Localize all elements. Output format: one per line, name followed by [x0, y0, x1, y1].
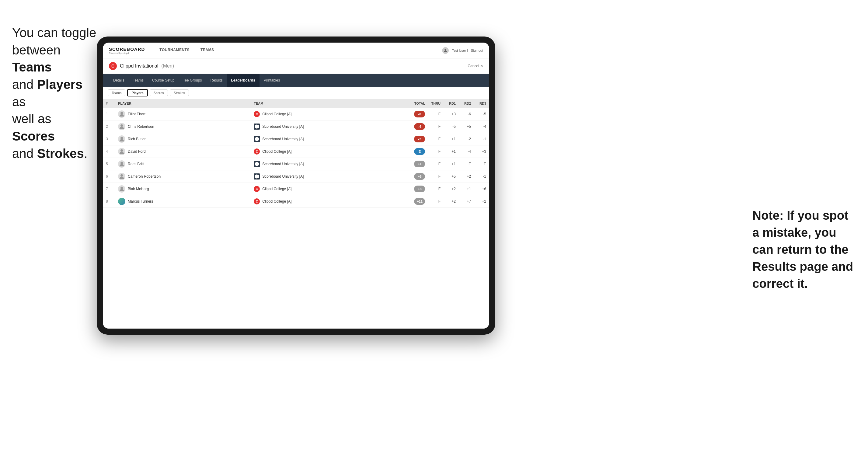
tournament-logo: C [109, 62, 117, 70]
team-logo-c: C [254, 149, 260, 155]
col-player: PLAYER [115, 99, 251, 108]
cell-thru: F [428, 133, 443, 146]
cell-rd2: +7 [459, 195, 474, 208]
cell-thru: F [428, 146, 443, 158]
cell-total: +8 [407, 183, 428, 195]
tab-leaderboards[interactable]: Leaderboards [227, 74, 259, 87]
cell-rd3: -5 [474, 108, 489, 121]
tab-course-setup[interactable]: Course Setup [148, 74, 179, 87]
svg-point-2 [121, 112, 123, 115]
player-avatar [118, 135, 125, 143]
player-avatar [118, 160, 125, 168]
player-name: Elliot Ebert [128, 112, 146, 116]
cell-rd1: +3 [443, 108, 459, 121]
cell-player: Marcus Turners [115, 195, 251, 208]
table-row[interactable]: 8Marcus TurnersCClippd College [A]+11F+2… [103, 195, 489, 208]
toggle-strokes-button[interactable]: Strokes [170, 89, 189, 96]
team-logo-sb [254, 174, 260, 180]
cell-team: Scoreboard University [A] [251, 121, 407, 133]
user-name: Test User | [452, 49, 468, 52]
tab-printables[interactable]: Printables [259, 74, 284, 87]
left-annotation: You can toggle between Teams and Players… [12, 24, 97, 162]
col-rd2: RD2 [459, 99, 474, 108]
table-header-row: # PLAYER TEAM TOTAL THRU RD1 RD2 RD3 [103, 99, 489, 108]
table-row[interactable]: 2Chris RobertsonScoreboard University [A… [103, 121, 489, 133]
cell-rd3: -4 [474, 121, 489, 133]
toggle-players-button[interactable]: Players [127, 89, 148, 96]
cell-thru: F [428, 195, 443, 208]
cell-player: Rees Britt [115, 158, 251, 170]
sub-nav: Details Teams Course Setup Tee Groups Re… [103, 74, 489, 87]
cell-rank: 2 [103, 121, 115, 133]
table-row[interactable]: 7Blair McHargCClippd College [A]+8F+2+1+… [103, 183, 489, 195]
cell-rank: 3 [103, 133, 115, 146]
tab-teams[interactable]: Teams [129, 74, 148, 87]
cell-rd2: -6 [459, 108, 474, 121]
cell-rd3: +3 [474, 146, 489, 158]
tablet-screen: SCOREBOARD Powered by clippd TOURNAMENTS… [103, 42, 489, 329]
table-row[interactable]: 1Elliot EbertCClippd College [A]-8F+3-6-… [103, 108, 489, 121]
team-logo-sb [254, 136, 260, 142]
nav-teams[interactable]: TEAMS [195, 42, 220, 58]
cell-rd2: -2 [459, 133, 474, 146]
table-row[interactable]: 4David FordCClippd College [A]EF+1-4+3 [103, 146, 489, 158]
cell-total: +1 [407, 158, 428, 170]
toggle-teams-button[interactable]: Teams [108, 89, 125, 96]
team-name: Scoreboard University [A] [262, 174, 304, 179]
nav-links: TOURNAMENTS TEAMS [154, 42, 442, 58]
col-rank: # [103, 99, 115, 108]
table-row[interactable]: 6Cameron RobertsonScoreboard University … [103, 170, 489, 183]
tablet-frame: SCOREBOARD Powered by clippd TOURNAMENTS… [97, 36, 495, 335]
player-avatar [118, 148, 125, 155]
cell-rd2: -4 [459, 146, 474, 158]
team-logo-sb [254, 161, 260, 167]
cell-team: CClippd College [A] [251, 195, 407, 208]
table-row[interactable]: 3Rich ButlerScoreboard University [A]-2F… [103, 133, 489, 146]
table-row[interactable]: 5Rees BrittScoreboard University [A]+1F+… [103, 158, 489, 170]
team-logo-sb [254, 124, 260, 130]
cell-rd2: E [459, 158, 474, 170]
cell-rd1: +1 [443, 158, 459, 170]
cell-thru: F [428, 170, 443, 183]
cell-rd2: +2 [459, 170, 474, 183]
player-avatar [118, 173, 125, 180]
player-name: Marcus Turners [128, 199, 153, 204]
cell-team: Scoreboard University [A] [251, 170, 407, 183]
tournament-gender: (Men) [161, 63, 174, 69]
svg-point-3 [121, 124, 123, 127]
nav-tournaments[interactable]: TOURNAMENTS [154, 42, 195, 58]
app-logo: SCOREBOARD Powered by clippd [109, 46, 145, 55]
score-badge: -2 [414, 136, 425, 143]
svg-point-6 [121, 162, 123, 164]
tournament-title: C Clippd Invitational (Men) [109, 62, 174, 70]
cell-rd3: -1 [474, 170, 489, 183]
tab-results[interactable]: Results [206, 74, 227, 87]
cell-total: -4 [407, 121, 428, 133]
score-badge: -8 [414, 111, 425, 118]
cell-player: Blair McHarg [115, 183, 251, 195]
player-name: Cameron Robertson [128, 174, 161, 179]
toggle-scores-button[interactable]: Scores [150, 89, 168, 96]
cell-rank: 8 [103, 195, 115, 208]
player-name: Rich Butler [128, 137, 146, 141]
cancel-button[interactable]: Cancel ✕ [468, 64, 483, 68]
user-avatar-icon [442, 47, 449, 54]
top-nav: SCOREBOARD Powered by clippd TOURNAMENTS… [103, 42, 489, 58]
toggle-bar: Teams Players Scores Strokes [103, 87, 489, 99]
cell-player: Elliot Ebert [115, 108, 251, 121]
score-badge: +11 [414, 198, 425, 205]
cell-rd3: +6 [474, 183, 489, 195]
player-name: Blair McHarg [128, 187, 149, 191]
col-rd3: RD3 [474, 99, 489, 108]
col-rd1: RD1 [443, 99, 459, 108]
cell-thru: F [428, 121, 443, 133]
cell-total: E [407, 146, 428, 158]
tab-details[interactable]: Details [109, 74, 129, 87]
score-badge: E [414, 148, 425, 155]
signout-link[interactable]: Sign out [471, 49, 483, 52]
cell-rd2: +1 [459, 183, 474, 195]
svg-point-5 [121, 149, 123, 152]
tab-tee-groups[interactable]: Tee Groups [179, 74, 206, 87]
col-team: TEAM [251, 99, 407, 108]
tournament-header: C Clippd Invitational (Men) Cancel ✕ [103, 58, 489, 74]
